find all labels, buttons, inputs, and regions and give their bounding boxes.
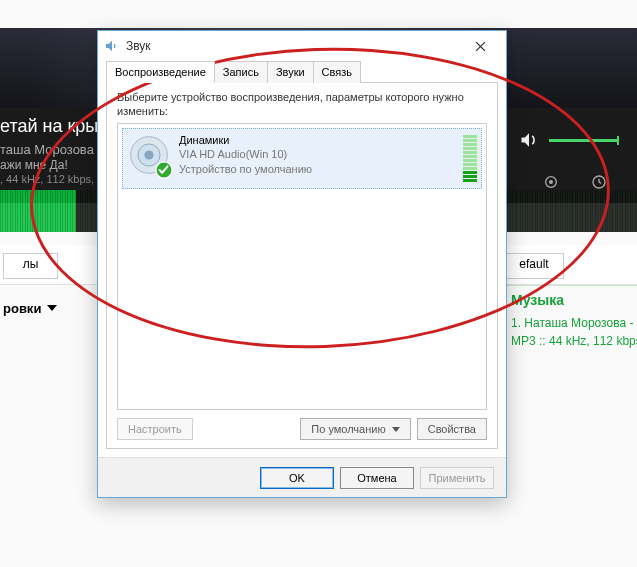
volume-slider[interactable] — [549, 139, 619, 142]
track-subtitle: ажи мне Да! — [0, 158, 68, 172]
set-default-label: По умолчанию — [311, 423, 385, 435]
tab-recording[interactable]: Запись — [214, 61, 268, 83]
track-title: етай на крыл — [0, 116, 109, 137]
volume-icon[interactable] — [519, 130, 539, 150]
chevron-down-icon — [47, 305, 57, 311]
ok-button[interactable]: OK — [260, 467, 334, 489]
sound-dialog: Звук Воспроизведение Запись Звуки Связь … — [97, 30, 507, 498]
cancel-button[interactable]: Отмена — [340, 467, 414, 489]
speaker-device-icon — [127, 133, 171, 177]
settings-dropdown[interactable]: ровки — [3, 296, 57, 320]
close-button[interactable] — [460, 32, 500, 60]
sort-button[interactable]: лы — [3, 253, 58, 279]
device-list[interactable]: Динамики VIA HD Audio(Win 10) Устройство… — [117, 123, 487, 410]
dialog-title: Звук — [126, 39, 151, 53]
sound-icon — [104, 38, 120, 54]
configure-button[interactable]: Настроить — [117, 418, 193, 440]
set-default-button[interactable]: По умолчанию — [300, 418, 410, 440]
playlist-item-meta: MP3 :: 44 kHz, 112 kbps, 3 — [507, 332, 637, 350]
apply-button[interactable]: Применить — [420, 467, 494, 489]
dialog-tabs: Воспроизведение Запись Звуки Связь — [98, 61, 506, 83]
device-name: Динамики — [179, 133, 463, 147]
close-icon — [475, 41, 486, 52]
clock-icon[interactable] — [589, 172, 609, 192]
tab-playback[interactable]: Воспроизведение — [106, 61, 215, 83]
svg-point-5 — [144, 150, 153, 159]
track-artist: таша Морозова — [0, 142, 94, 157]
dialog-footer: OK Отмена Применить — [98, 457, 506, 497]
level-meter — [463, 133, 477, 184]
repeat-icon[interactable] — [541, 172, 561, 192]
settings-dropdown-label: ровки — [3, 301, 41, 316]
device-driver: VIA HD Audio(Win 10) — [179, 147, 463, 161]
dialog-instruction: Выберите устройство воспроизведения, пар… — [117, 91, 487, 123]
properties-button[interactable]: Свойства — [417, 418, 487, 440]
dialog-body: Выберите устройство воспроизведения, пар… — [106, 82, 498, 449]
svg-point-1 — [550, 181, 553, 184]
default-preset-button[interactable]: efault — [504, 253, 564, 279]
tab-communications[interactable]: Связь — [313, 61, 361, 83]
chevron-down-icon — [392, 427, 400, 432]
dialog-titlebar[interactable]: Звук — [98, 31, 506, 61]
playlist-heading: Музыка — [507, 285, 637, 314]
playlist-item[interactable]: 1. Наташа Морозова - Ул — [507, 314, 637, 332]
tab-sounds[interactable]: Звуки — [267, 61, 314, 83]
playlist-panel: Музыка 1. Наташа Морозова - Ул MP3 :: 44… — [507, 285, 637, 350]
check-badge-icon — [155, 161, 173, 179]
device-status: Устройство по умолчанию — [179, 162, 463, 176]
device-item[interactable]: Динамики VIA HD Audio(Win 10) Устройство… — [122, 128, 482, 189]
